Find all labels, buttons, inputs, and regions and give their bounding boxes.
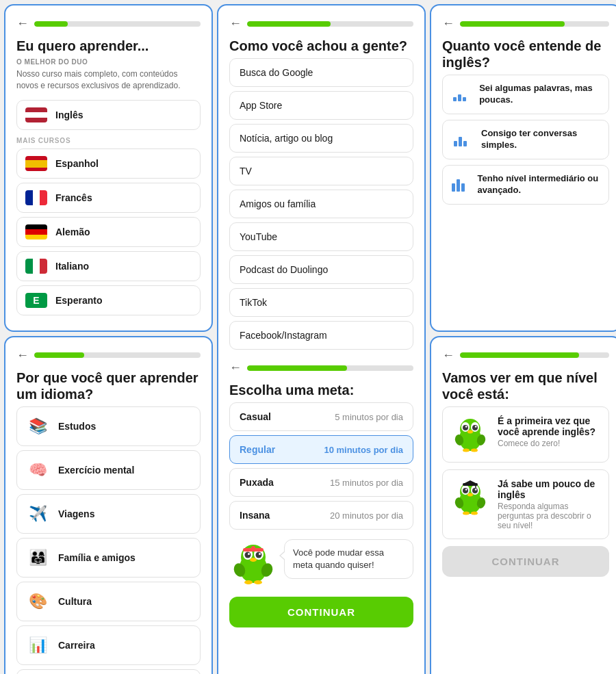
goal-continue-button[interactable]: CONTINUAR xyxy=(229,597,413,627)
reason-familia[interactable]: 👨‍👩‍👧 Família e amigos xyxy=(16,538,201,578)
course-italiano[interactable]: Italiano xyxy=(16,251,201,281)
discovery-tv-label: TV xyxy=(240,166,252,177)
proficiency-progress-bar xyxy=(460,21,609,27)
svg-point-26 xyxy=(463,448,470,452)
prof-beginner[interactable]: Sei algumas palavras, mas poucas. xyxy=(442,75,609,114)
back-arrow-discovery[interactable]: ← xyxy=(229,16,242,31)
level-some-desc: Responda algumas perguntas pra descobrir… xyxy=(498,502,600,530)
svg-point-19 xyxy=(463,425,468,430)
learn-panel: ← Eu quero aprender... O MELHOR DO DUO N… xyxy=(4,4,213,332)
svg-point-43 xyxy=(471,511,478,515)
reason-viagens-label: Viagens xyxy=(58,508,94,519)
reason-carreira-icon: 📊 xyxy=(25,633,50,658)
svg-point-4 xyxy=(245,552,251,558)
back-arrow-level[interactable]: ← xyxy=(442,348,454,363)
discovery-title: Como você achou a gente? xyxy=(229,38,413,54)
svg-point-13 xyxy=(244,580,253,584)
reason-estudos-icon: 📚 xyxy=(25,414,50,439)
level-zero-title: É a primeira vez que você aprende inglês… xyxy=(498,415,600,437)
reason-viagens[interactable]: ✈️ Viagens xyxy=(16,494,201,534)
reason-progress-fill xyxy=(34,352,84,358)
reason-carreira[interactable]: 📊 Carreira xyxy=(16,625,201,665)
goal-casual-label: Casual xyxy=(240,411,271,422)
flag-eo: E xyxy=(25,293,47,308)
svg-point-32 xyxy=(463,488,468,493)
course-alemao[interactable]: Alemão xyxy=(16,217,201,247)
svg-point-14 xyxy=(254,580,262,584)
back-arrow-proficiency[interactable]: ← xyxy=(442,16,454,31)
course-espanhol[interactable]: Espanhol xyxy=(16,148,201,179)
back-arrow-icon[interactable]: ← xyxy=(16,16,29,31)
reason-panel: ← Por que você quer aprender um idioma? … xyxy=(4,336,213,674)
goal-puxada[interactable]: Puxada 15 minutos por dia xyxy=(229,468,413,497)
goal-casual[interactable]: Casual 5 minutos por dia xyxy=(229,402,413,431)
discovery-appstore-label: App Store xyxy=(240,100,282,111)
level-some-item[interactable]: Já sabe um pouco de inglês Responda algu… xyxy=(442,469,609,539)
prof-basic-icon xyxy=(451,127,473,152)
prof-beginner-icon xyxy=(451,82,471,107)
goal-insana[interactable]: Insana 20 minutos por dia xyxy=(229,501,413,530)
reason-header: ← xyxy=(16,348,201,363)
reason-progress-bar xyxy=(34,352,201,358)
back-arrow-goal[interactable]: ← xyxy=(229,361,242,375)
reason-outro[interactable]: 🪐 Outro xyxy=(16,669,201,674)
course-espanhol-label: Espanhol xyxy=(55,158,99,169)
discovery-tiktok[interactable]: TikTok xyxy=(229,288,413,317)
course-esperanto[interactable]: E Esperanto xyxy=(16,285,201,315)
discovery-progress-bar xyxy=(247,21,413,27)
svg-point-6 xyxy=(248,553,250,555)
course-alemao-label: Alemão xyxy=(55,226,90,237)
discovery-appstore[interactable]: App Store xyxy=(229,91,413,120)
reason-estudos-label: Estudos xyxy=(58,421,96,432)
reason-title: Por que você quer aprender um idioma? xyxy=(16,370,201,402)
discovery-tv[interactable]: TV xyxy=(229,157,413,185)
discovery-youtube[interactable]: YouTube xyxy=(229,222,413,251)
discovery-youtube-label: YouTube xyxy=(240,231,277,242)
svg-point-27 xyxy=(471,448,478,452)
discovery-tiktok-label: TikTok xyxy=(240,297,267,308)
more-courses-label: MAIS CURSOS xyxy=(16,137,201,144)
flag-es xyxy=(25,156,47,171)
goal-header: ← xyxy=(229,361,413,375)
learn-description: Nosso curso mais completo, com conteúdos… xyxy=(16,68,201,92)
level-some-text: Já sabe um pouco de inglês Responda algu… xyxy=(498,478,600,530)
progress-fill xyxy=(34,21,68,27)
discovery-header: ← xyxy=(229,16,413,31)
goal-regular-label: Regular xyxy=(240,444,275,455)
flag-it xyxy=(25,259,47,274)
svg-point-33 xyxy=(472,488,478,493)
level-progress-fill xyxy=(460,352,579,358)
svg-point-5 xyxy=(256,552,262,558)
reason-carreira-label: Carreira xyxy=(58,640,95,651)
svg-marker-38 xyxy=(463,480,477,484)
reason-cultura[interactable]: 🎨 Cultura xyxy=(16,582,201,621)
level-zero-item[interactable]: É a primeira vez que você aprende inglês… xyxy=(442,406,609,463)
goal-regular[interactable]: Regular 10 minutos por dia xyxy=(229,435,413,464)
svg-point-35 xyxy=(475,489,477,491)
reason-estudos[interactable]: 📚 Estudos xyxy=(16,406,201,446)
owl-rookie-avatar xyxy=(451,415,489,454)
prof-intermediate[interactable]: Tenho nível intermediário ou avançado. xyxy=(442,165,609,205)
discovery-google-label: Busca do Google xyxy=(240,67,313,78)
discovery-friends[interactable]: Amigos ou família xyxy=(229,190,413,218)
prof-basic[interactable]: Consigo ter conversas simples. xyxy=(442,120,609,159)
proficiency-title: Quanto você entende de inglês? xyxy=(442,38,609,70)
discovery-podcast[interactable]: Podcast do Duolingo xyxy=(229,255,413,284)
main-course-item[interactable]: Inglês xyxy=(16,100,201,130)
goal-puxada-label: Puxada xyxy=(240,477,274,488)
proficiency-panel: ← Quanto você entende de inglês? Sei alg… xyxy=(430,4,616,332)
course-frances[interactable]: Francês xyxy=(16,183,201,213)
back-arrow-reason[interactable]: ← xyxy=(16,348,29,363)
prof-intermediate-label: Tenho nível intermediário ou avançado. xyxy=(478,173,601,196)
level-some-title: Já sabe um pouco de inglês xyxy=(498,478,600,500)
discovery-facebook[interactable]: Facebook/Instagram xyxy=(229,321,413,350)
goal-progress-bar xyxy=(247,365,413,371)
main-course-label: Inglês xyxy=(55,109,83,120)
level-continue-button[interactable]: CONTINUAR xyxy=(442,546,609,577)
goal-title: Escolha uma meta: xyxy=(229,382,413,398)
discovery-google[interactable]: Busca do Google xyxy=(229,58,413,87)
discovery-news-label: Notícia, artigo ou blog xyxy=(240,133,333,144)
duo-character xyxy=(229,539,277,587)
discovery-news[interactable]: Notícia, artigo ou blog xyxy=(229,124,413,153)
reason-mental[interactable]: 🧠 Exercício mental xyxy=(16,450,201,490)
